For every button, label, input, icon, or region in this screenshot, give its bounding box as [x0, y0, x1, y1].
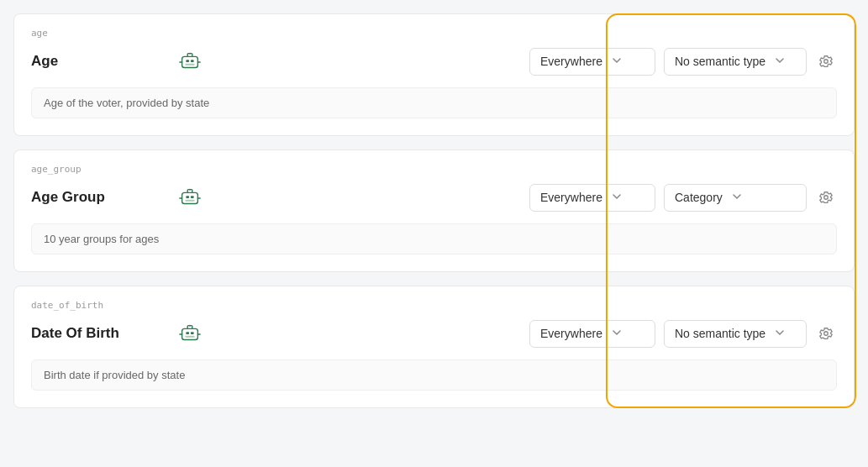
svg-point-14: [189, 189, 191, 191]
visibility-dropdown-age_group[interactable]: Everywhere: [529, 184, 655, 212]
field-description-age_group: 10 year groups for ages: [31, 223, 837, 254]
svg-rect-10: [182, 192, 198, 203]
svg-rect-1: [182, 56, 198, 67]
field-title-date_of_birth: Date Of Birth: [31, 325, 166, 342]
visibility-chevron-age_group: [611, 191, 623, 205]
svg-rect-3: [191, 60, 194, 62]
field-card-date_of_birth: date_of_birth Date Of Birth Everywhere N…: [13, 286, 855, 408]
field-key-date_of_birth: date_of_birth: [31, 300, 837, 311]
field-title-age: Age: [31, 53, 166, 70]
svg-rect-21: [191, 332, 194, 334]
gear-button-age[interactable]: [815, 50, 837, 72]
semantic-dropdown-age[interactable]: No semantic type: [664, 48, 807, 76]
visibility-label-date_of_birth: Everywhere: [540, 327, 602, 340]
semantic-dropdown-age_group[interactable]: Category: [664, 184, 807, 212]
semantic-label-age_group: Category: [675, 191, 723, 204]
robot-icon-age_group[interactable]: [176, 183, 204, 212]
semantic-chevron-age: [774, 55, 786, 69]
svg-rect-8: [185, 64, 194, 66]
visibility-chevron-age: [611, 55, 623, 69]
field-title-age_group: Age Group: [31, 189, 166, 206]
svg-rect-11: [186, 196, 189, 198]
field-key-age: age: [31, 28, 837, 39]
svg-rect-17: [185, 200, 194, 202]
semantic-chevron-age_group: [731, 191, 743, 205]
svg-rect-19: [182, 328, 198, 339]
field-key-age_group: age_group: [31, 164, 837, 175]
semantic-label-date_of_birth: No semantic type: [675, 327, 765, 340]
svg-point-23: [189, 325, 191, 327]
svg-point-5: [189, 53, 191, 55]
visibility-dropdown-age[interactable]: Everywhere: [529, 48, 655, 76]
visibility-label-age_group: Everywhere: [540, 191, 602, 204]
field-card-age_group: age_group Age Group Everywhere Category: [13, 150, 855, 272]
gear-button-age_group[interactable]: [815, 186, 837, 208]
robot-icon-date_of_birth[interactable]: [176, 319, 204, 348]
fields-list: age Age Everywhere No semantic type: [13, 13, 855, 408]
field-card-age: age Age Everywhere No semantic type: [13, 13, 855, 136]
svg-rect-26: [185, 336, 194, 338]
semantic-dropdown-date_of_birth[interactable]: No semantic type: [664, 320, 807, 348]
robot-icon-age[interactable]: [176, 47, 204, 76]
svg-rect-2: [186, 60, 189, 62]
visibility-dropdown-date_of_birth[interactable]: Everywhere: [529, 320, 655, 348]
gear-button-date_of_birth[interactable]: [815, 323, 837, 344]
semantic-label-age: No semantic type: [675, 55, 765, 68]
field-description-date_of_birth: Birth date if provided by state: [31, 359, 837, 391]
visibility-label-age: Everywhere: [540, 55, 602, 68]
visibility-chevron-date_of_birth: [611, 327, 623, 341]
semantic-chevron-date_of_birth: [774, 327, 786, 341]
svg-rect-12: [191, 196, 194, 198]
field-description-age: Age of the voter, provided by state: [31, 87, 837, 118]
svg-rect-20: [186, 332, 189, 334]
